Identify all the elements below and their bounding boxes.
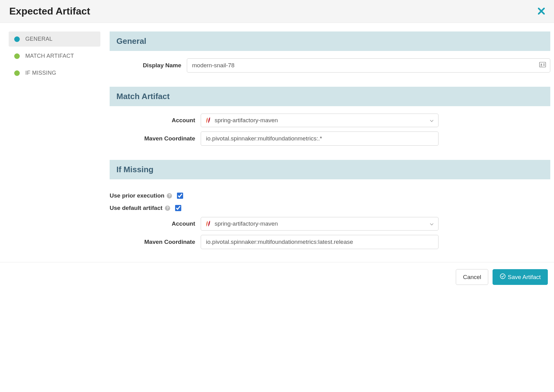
match-account-select[interactable]: spring-artifactory-maven bbox=[201, 114, 439, 127]
match-account-value: spring-artifactory-maven bbox=[215, 117, 278, 124]
content-area: General Display Name Match bbox=[110, 23, 554, 262]
sidebar-item-if-missing[interactable]: If Missing bbox=[9, 65, 100, 81]
sidebar-item-label: If Missing bbox=[25, 70, 56, 76]
use-prior-label: Use prior execution ? bbox=[110, 192, 172, 199]
section-header-ifmissing: If Missing bbox=[110, 160, 550, 179]
sidebar-item-match-artifact[interactable]: Match Artifact bbox=[9, 48, 100, 64]
form-row-ifmissing-coordinate: Maven Coordinate bbox=[110, 235, 550, 249]
ifmissing-account-label: Account bbox=[110, 220, 201, 227]
form-row-ifmissing-account: Account spring-artifactory-maven bbox=[110, 217, 550, 231]
match-coordinate-label: Maven Coordinate bbox=[110, 135, 201, 142]
modal-header: Expected Artifact bbox=[0, 0, 554, 23]
cancel-button[interactable]: Cancel bbox=[456, 269, 488, 285]
ifmissing-account-select[interactable]: spring-artifactory-maven bbox=[201, 217, 439, 231]
svg-point-1 bbox=[541, 64, 542, 65]
use-prior-checkbox[interactable] bbox=[177, 193, 183, 199]
modal-footer: Cancel Save Artifact bbox=[0, 262, 554, 292]
save-artifact-button[interactable]: Save Artifact bbox=[493, 269, 548, 285]
form-row-use-default: Use default artifact ? bbox=[110, 205, 550, 211]
modal-body: General Match Artifact If Missing Genera… bbox=[0, 23, 554, 262]
maven-icon bbox=[205, 220, 212, 227]
sidebar-item-label: General bbox=[25, 36, 52, 42]
section-header-general: General bbox=[110, 31, 550, 51]
close-icon[interactable] bbox=[538, 7, 545, 16]
use-default-label: Use default artifact ? bbox=[110, 205, 170, 211]
match-coordinate-input[interactable] bbox=[201, 131, 439, 146]
ifmissing-coordinate-label: Maven Coordinate bbox=[110, 239, 201, 245]
ifmissing-coordinate-input[interactable] bbox=[201, 235, 439, 249]
chevron-down-icon bbox=[430, 117, 434, 124]
form-row-match-account: Account spring-artifactory-maven bbox=[110, 114, 550, 127]
display-name-input[interactable] bbox=[187, 58, 550, 73]
section-header-match: Match Artifact bbox=[110, 87, 550, 106]
help-icon[interactable]: ? bbox=[167, 193, 172, 198]
help-icon[interactable]: ? bbox=[165, 206, 170, 211]
status-dot-icon bbox=[14, 53, 20, 59]
save-button-label: Save Artifact bbox=[508, 274, 541, 281]
chevron-down-icon bbox=[430, 220, 434, 227]
status-dot-icon bbox=[14, 70, 20, 76]
sidebar-item-label: Match Artifact bbox=[25, 53, 74, 59]
display-name-label: Display Name bbox=[110, 62, 187, 69]
ifmissing-account-value: spring-artifactory-maven bbox=[215, 220, 278, 227]
svg-point-5 bbox=[500, 274, 505, 279]
use-default-checkbox[interactable] bbox=[175, 205, 181, 211]
maven-icon bbox=[205, 117, 212, 124]
sidebar: General Match Artifact If Missing bbox=[0, 23, 110, 262]
form-row-match-coordinate: Maven Coordinate bbox=[110, 131, 550, 146]
match-account-label: Account bbox=[110, 117, 201, 124]
form-row-use-prior: Use prior execution ? bbox=[110, 192, 550, 199]
check-circle-icon bbox=[500, 273, 506, 281]
id-card-icon bbox=[539, 62, 546, 69]
status-dot-icon bbox=[14, 36, 20, 42]
sidebar-item-general[interactable]: General bbox=[9, 31, 100, 47]
modal-title: Expected Artifact bbox=[9, 6, 90, 17]
form-row-display-name: Display Name bbox=[110, 58, 550, 73]
